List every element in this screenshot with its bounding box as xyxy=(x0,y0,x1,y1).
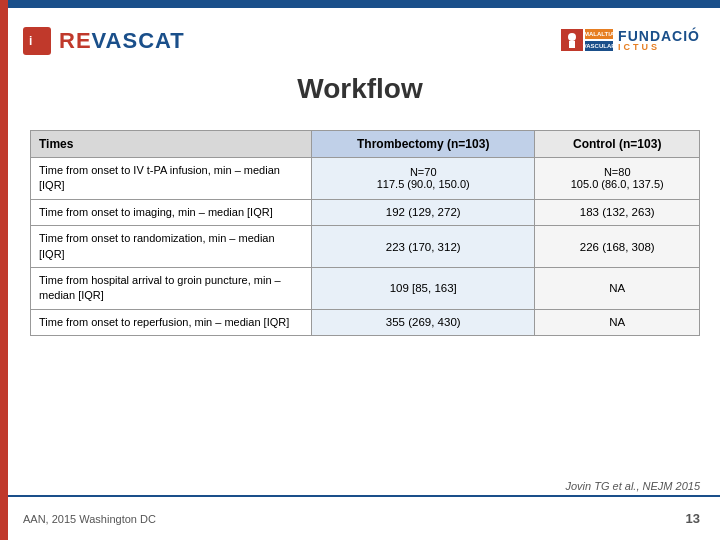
table-row: Time from onset to imaging, min – median… xyxy=(31,199,700,225)
row4-control: NA xyxy=(535,267,700,309)
main-content: Times Thrombectomy (n=103) Control (n=10… xyxy=(30,130,700,480)
fundacio-icon-2: MALALTIA xyxy=(585,29,613,39)
table-row: Time from onset to IV t-PA infusion, min… xyxy=(31,158,700,200)
svg-text:i: i xyxy=(29,34,32,48)
row1-thrombectomy: N=70 117.5 (90.0, 150.0) xyxy=(311,158,534,200)
row2-times: Time from onset to imaging, min – median… xyxy=(31,199,312,225)
row1-control: N=80 105.0 (86.0, 137.5) xyxy=(535,158,700,200)
row2-thrombectomy: 192 (129, 272) xyxy=(311,199,534,225)
fundacio-logo-top: MALALTIA VASCULAR FUNDACIÓ ICTUS xyxy=(561,29,700,52)
logo-text: REVASCAT xyxy=(59,28,185,54)
svg-rect-3 xyxy=(569,41,575,48)
row5-times: Time from onset to reperfusion, min – me… xyxy=(31,309,312,335)
svg-point-2 xyxy=(568,33,576,41)
table-row: Time from onset to reperfusion, min – me… xyxy=(31,309,700,335)
row5-thrombectomy: 355 (269, 430) xyxy=(311,309,534,335)
top-bar xyxy=(0,0,720,8)
col-header-times: Times xyxy=(31,131,312,158)
table-row: Time from hospital arrival to groin punc… xyxy=(31,267,700,309)
page-title: Workflow xyxy=(0,73,720,105)
table-row: Time from onset to randomization, min – … xyxy=(31,226,700,268)
row3-control: 226 (168, 308) xyxy=(535,226,700,268)
row1-times: Time from onset to IV t-PA infusion, min… xyxy=(31,158,312,200)
footer: AAN, 2015 Washington DC 13 xyxy=(8,495,720,540)
row4-thrombectomy: 109 [85, 163] xyxy=(311,267,534,309)
fundacio-icon-3: VASCULAR xyxy=(585,41,613,51)
col-header-control: Control (n=103) xyxy=(535,131,700,158)
header: i REVASCAT MALALTIA VASCULAR xyxy=(8,8,720,73)
row2-control: 183 (132, 263) xyxy=(535,199,700,225)
footer-left: AAN, 2015 Washington DC xyxy=(23,513,156,525)
workflow-table: Times Thrombectomy (n=103) Control (n=10… xyxy=(30,130,700,336)
logo-area: i REVASCAT xyxy=(23,27,185,55)
row3-times: Time from onset to randomization, min – … xyxy=(31,226,312,268)
row5-control: NA xyxy=(535,309,700,335)
citation: Jovin TG et al., NEJM 2015 xyxy=(566,480,701,492)
col-header-thrombectomy: Thrombectomy (n=103) xyxy=(311,131,534,158)
row4-times: Time from hospital arrival to groin punc… xyxy=(31,267,312,309)
logo-icon: i xyxy=(23,27,51,55)
fundacio-icon-1 xyxy=(561,29,583,51)
revascat-logo: i REVASCAT xyxy=(23,27,185,55)
row3-thrombectomy: 223 (170, 312) xyxy=(311,226,534,268)
page-number: 13 xyxy=(686,511,700,526)
fundacio-logo: MALALTIA VASCULAR FUNDACIÓ ICTUS xyxy=(561,29,700,52)
